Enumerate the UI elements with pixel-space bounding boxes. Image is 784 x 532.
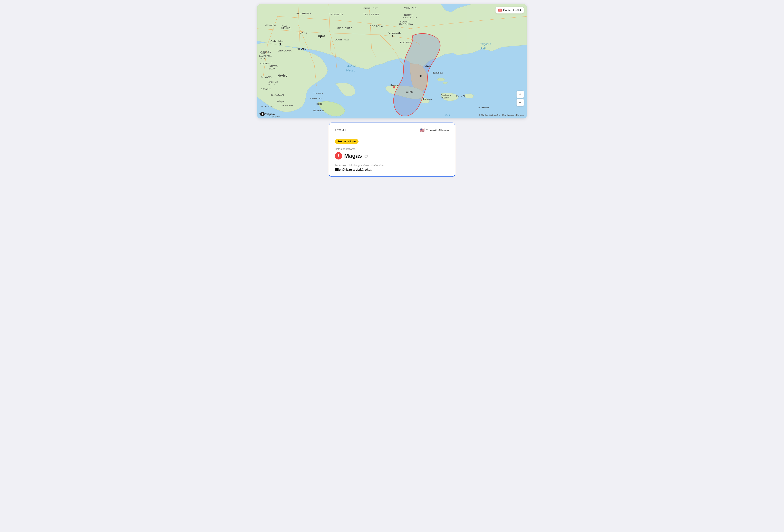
affected-area-legend: Érintett terület <box>496 7 524 13</box>
svg-text:NEW: NEW <box>282 25 287 27</box>
map-svg: KENTUCKY VIRGINIA OKLAHOMA ARKANSAS TENN… <box>257 4 527 118</box>
event-type-badge: Trópusi ciklon <box>335 139 359 144</box>
svg-point-5 <box>392 35 393 36</box>
svg-text:CAROLINA: CAROLINA <box>399 23 413 25</box>
svg-text:BAJA: BAJA <box>260 52 265 55</box>
svg-text:CAROLINA: CAROLINA <box>403 16 417 19</box>
svg-text:MISSISSIPPI: MISSISSIPPI <box>337 27 354 29</box>
svg-text:Miami: Miami <box>425 65 431 67</box>
country-flag: 🇺🇸 <box>420 128 424 132</box>
map-container: KENTUCKY VIRGINIA OKLAHOMA ARKANSAS TENN… <box>257 4 527 118</box>
zoom-in-button[interactable]: + <box>516 91 524 98</box>
svg-text:Mexico: Mexico <box>346 69 355 72</box>
advice-label: Tanácsok a lehetséges károk felmérésére <box>335 164 449 167</box>
svg-text:Houston: Houston <box>298 48 307 51</box>
event-date: 2022-11 <box>335 129 346 132</box>
svg-text:Havana: Havana <box>390 84 398 87</box>
svg-text:CALIFORNIA: CALIFORNIA <box>259 55 272 57</box>
svg-text:TEXAS: TEXAS <box>298 31 308 34</box>
svg-text:Xalapa: Xalapa <box>277 100 284 103</box>
svg-text:Republic: Republic <box>441 96 449 99</box>
svg-text:Dominican: Dominican <box>441 94 451 96</box>
svg-text:COAHUILA: COAHUILA <box>260 62 272 65</box>
svg-text:Bahamas: Bahamas <box>432 71 443 74</box>
svg-text:POTOSI: POTOSI <box>269 84 276 86</box>
impact-label: Hatás pontszáma <box>335 147 449 150</box>
svg-text:TENNESSEE: TENNESSEE <box>363 13 380 16</box>
svg-text:MICHOACÁN: MICHOACÁN <box>261 106 274 108</box>
svg-text:Cuba: Cuba <box>406 90 413 93</box>
svg-text:Guadeloupe: Guadeloupe <box>478 106 489 109</box>
svg-text:SOUTH: SOUTH <box>400 21 410 23</box>
svg-text:Guatemala: Guatemala <box>313 109 325 112</box>
help-icon[interactable]: ? <box>364 154 368 158</box>
card-header: 2022-11 🇺🇸 Egyesült Államok <box>335 128 449 132</box>
improve-map-link[interactable]: Improve this map <box>507 114 524 116</box>
svg-text:Jamaica: Jamaica <box>423 98 432 101</box>
impact-score-row: 3 Magas ? <box>335 152 449 160</box>
country-name: Egyesült Államok <box>426 129 449 132</box>
svg-text:Sea: Sea <box>481 46 485 49</box>
svg-text:CAMPECHE: CAMPECHE <box>310 97 322 100</box>
svg-text:KENTUCKY: KENTUCKY <box>363 7 378 9</box>
svg-text:ARIZONA: ARIZONA <box>265 24 276 26</box>
mapbox-wordmark: mapbox <box>266 113 275 116</box>
svg-text:LOUISIANA: LOUISIANA <box>335 38 349 41</box>
svg-text:MEXICO: MEXICO <box>281 27 290 29</box>
svg-text:Gulf of: Gulf of <box>347 65 356 68</box>
score-number: 3 <box>335 152 342 160</box>
svg-text:LEON: LEON <box>269 67 275 70</box>
impact-level: Magas <box>344 152 362 159</box>
svg-text:CHIHUAHUA: CHIHUAHUA <box>278 50 291 52</box>
svg-text:OKLAHOMA: OKLAHOMA <box>296 12 311 15</box>
svg-text:Mexico: Mexico <box>278 74 287 77</box>
svg-text:SAN LUIS: SAN LUIS <box>269 81 278 83</box>
svg-text:Dallas: Dallas <box>318 34 325 37</box>
svg-text:SUR: SUR <box>260 57 265 59</box>
svg-text:Sargasso: Sargasso <box>480 43 491 46</box>
legend-color-swatch <box>498 8 502 12</box>
card-divider <box>335 136 449 136</box>
svg-text:Puerto Rico: Puerto Rico <box>456 95 467 97</box>
mapbox-logo: ⬟ mapbox <box>260 112 275 116</box>
svg-text:VERACRUZ: VERACRUZ <box>282 105 293 107</box>
svg-text:Belize: Belize <box>316 103 322 105</box>
svg-text:Carib...: Carib... <box>445 114 452 116</box>
svg-point-4 <box>280 43 281 45</box>
svg-text:FLORIDA: FLORIDA <box>400 41 412 44</box>
svg-text:VIRGINIA: VIRGINIA <box>404 6 417 9</box>
svg-point-0 <box>437 78 445 81</box>
svg-text:YUCATÁN: YUCATÁN <box>313 92 323 94</box>
zoom-out-button[interactable]: − <box>516 99 524 106</box>
svg-point-6 <box>420 75 422 77</box>
mapbox-logo-icon: ⬟ <box>260 112 264 116</box>
svg-point-1 <box>443 82 448 84</box>
legend-label: Érintett terület <box>503 8 521 12</box>
card-country: 🇺🇸 Egyesült Államok <box>420 128 449 132</box>
advice-text: Ellenőrizze a vízkárokat. <box>335 168 449 172</box>
svg-text:NUEVO: NUEVO <box>270 65 278 67</box>
svg-text:Jacksonville: Jacksonville <box>388 32 401 35</box>
svg-text:GEORGI A: GEORGI A <box>369 25 383 27</box>
svg-text:SINALOA: SINALOA <box>261 76 272 78</box>
svg-text:GUANAJUATO: GUANAJUATO <box>271 94 285 96</box>
info-card: 2022-11 🇺🇸 Egyesült Államok Trópusi cikl… <box>329 122 455 177</box>
map-attribution: © Mapbox © OpenStreetMap Improve this ma… <box>479 114 524 116</box>
svg-text:NAYARIT: NAYARIT <box>261 88 271 90</box>
svg-text:ARKANSAS: ARKANSAS <box>329 13 343 16</box>
svg-text:NORTH: NORTH <box>404 14 414 16</box>
attribution-text: © Mapbox © OpenStreetMap <box>479 114 507 116</box>
zoom-controls: + − <box>516 91 524 106</box>
svg-text:Ciudad Juárez: Ciudad Juárez <box>271 40 284 43</box>
